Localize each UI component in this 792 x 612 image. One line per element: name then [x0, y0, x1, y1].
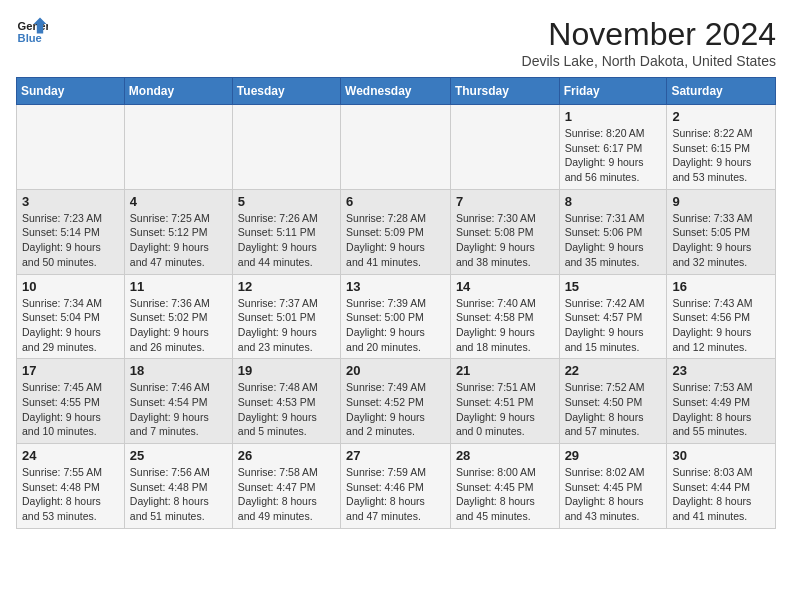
day-number: 28 — [456, 448, 554, 463]
day-number: 1 — [565, 109, 662, 124]
day-number: 16 — [672, 279, 770, 294]
table-cell: 11Sunrise: 7:36 AM Sunset: 5:02 PM Dayli… — [124, 274, 232, 359]
day-info: Sunrise: 7:48 AM Sunset: 4:53 PM Dayligh… — [238, 380, 335, 439]
day-info: Sunrise: 7:43 AM Sunset: 4:56 PM Dayligh… — [672, 296, 770, 355]
day-info: Sunrise: 8:20 AM Sunset: 6:17 PM Dayligh… — [565, 126, 662, 185]
day-number: 21 — [456, 363, 554, 378]
day-number: 7 — [456, 194, 554, 209]
header-friday: Friday — [559, 78, 667, 105]
day-number: 27 — [346, 448, 445, 463]
day-info: Sunrise: 7:25 AM Sunset: 5:12 PM Dayligh… — [130, 211, 227, 270]
table-cell: 2Sunrise: 8:22 AM Sunset: 6:15 PM Daylig… — [667, 105, 776, 190]
week-row-2: 3Sunrise: 7:23 AM Sunset: 5:14 PM Daylig… — [17, 189, 776, 274]
table-cell: 15Sunrise: 7:42 AM Sunset: 4:57 PM Dayli… — [559, 274, 667, 359]
day-number: 13 — [346, 279, 445, 294]
day-info: Sunrise: 7:28 AM Sunset: 5:09 PM Dayligh… — [346, 211, 445, 270]
table-cell: 23Sunrise: 7:53 AM Sunset: 4:49 PM Dayli… — [667, 359, 776, 444]
day-number: 25 — [130, 448, 227, 463]
table-cell: 17Sunrise: 7:45 AM Sunset: 4:55 PM Dayli… — [17, 359, 125, 444]
day-number: 4 — [130, 194, 227, 209]
day-info: Sunrise: 7:42 AM Sunset: 4:57 PM Dayligh… — [565, 296, 662, 355]
table-cell — [17, 105, 125, 190]
table-cell: 6Sunrise: 7:28 AM Sunset: 5:09 PM Daylig… — [341, 189, 451, 274]
table-cell: 16Sunrise: 7:43 AM Sunset: 4:56 PM Dayli… — [667, 274, 776, 359]
day-number: 14 — [456, 279, 554, 294]
day-number: 10 — [22, 279, 119, 294]
day-info: Sunrise: 7:31 AM Sunset: 5:06 PM Dayligh… — [565, 211, 662, 270]
day-info: Sunrise: 7:37 AM Sunset: 5:01 PM Dayligh… — [238, 296, 335, 355]
week-row-5: 24Sunrise: 7:55 AM Sunset: 4:48 PM Dayli… — [17, 444, 776, 529]
header-thursday: Thursday — [450, 78, 559, 105]
day-number: 15 — [565, 279, 662, 294]
day-info: Sunrise: 8:03 AM Sunset: 4:44 PM Dayligh… — [672, 465, 770, 524]
day-info: Sunrise: 7:39 AM Sunset: 5:00 PM Dayligh… — [346, 296, 445, 355]
table-cell: 20Sunrise: 7:49 AM Sunset: 4:52 PM Dayli… — [341, 359, 451, 444]
day-number: 23 — [672, 363, 770, 378]
day-info: Sunrise: 8:22 AM Sunset: 6:15 PM Dayligh… — [672, 126, 770, 185]
header-wednesday: Wednesday — [341, 78, 451, 105]
week-row-3: 10Sunrise: 7:34 AM Sunset: 5:04 PM Dayli… — [17, 274, 776, 359]
day-info: Sunrise: 7:34 AM Sunset: 5:04 PM Dayligh… — [22, 296, 119, 355]
day-number: 8 — [565, 194, 662, 209]
table-cell: 8Sunrise: 7:31 AM Sunset: 5:06 PM Daylig… — [559, 189, 667, 274]
header-sunday: Sunday — [17, 78, 125, 105]
day-number: 24 — [22, 448, 119, 463]
day-info: Sunrise: 7:52 AM Sunset: 4:50 PM Dayligh… — [565, 380, 662, 439]
day-number: 2 — [672, 109, 770, 124]
day-number: 26 — [238, 448, 335, 463]
header-monday: Monday — [124, 78, 232, 105]
day-info: Sunrise: 7:56 AM Sunset: 4:48 PM Dayligh… — [130, 465, 227, 524]
day-number: 11 — [130, 279, 227, 294]
day-number: 3 — [22, 194, 119, 209]
table-cell: 22Sunrise: 7:52 AM Sunset: 4:50 PM Dayli… — [559, 359, 667, 444]
table-cell: 9Sunrise: 7:33 AM Sunset: 5:05 PM Daylig… — [667, 189, 776, 274]
day-info: Sunrise: 7:23 AM Sunset: 5:14 PM Dayligh… — [22, 211, 119, 270]
header-saturday: Saturday — [667, 78, 776, 105]
table-cell: 4Sunrise: 7:25 AM Sunset: 5:12 PM Daylig… — [124, 189, 232, 274]
day-info: Sunrise: 7:36 AM Sunset: 5:02 PM Dayligh… — [130, 296, 227, 355]
day-info: Sunrise: 7:53 AM Sunset: 4:49 PM Dayligh… — [672, 380, 770, 439]
title-area: November 2024 Devils Lake, North Dakota,… — [522, 16, 776, 69]
table-cell: 30Sunrise: 8:03 AM Sunset: 4:44 PM Dayli… — [667, 444, 776, 529]
table-cell: 10Sunrise: 7:34 AM Sunset: 5:04 PM Dayli… — [17, 274, 125, 359]
day-number: 9 — [672, 194, 770, 209]
day-number: 30 — [672, 448, 770, 463]
day-info: Sunrise: 7:30 AM Sunset: 5:08 PM Dayligh… — [456, 211, 554, 270]
day-info: Sunrise: 7:26 AM Sunset: 5:11 PM Dayligh… — [238, 211, 335, 270]
table-cell: 28Sunrise: 8:00 AM Sunset: 4:45 PM Dayli… — [450, 444, 559, 529]
calendar-title: November 2024 — [522, 16, 776, 53]
table-cell: 1Sunrise: 8:20 AM Sunset: 6:17 PM Daylig… — [559, 105, 667, 190]
calendar-table: Sunday Monday Tuesday Wednesday Thursday… — [16, 77, 776, 529]
day-info: Sunrise: 7:55 AM Sunset: 4:48 PM Dayligh… — [22, 465, 119, 524]
table-cell: 7Sunrise: 7:30 AM Sunset: 5:08 PM Daylig… — [450, 189, 559, 274]
table-cell: 13Sunrise: 7:39 AM Sunset: 5:00 PM Dayli… — [341, 274, 451, 359]
day-info: Sunrise: 7:49 AM Sunset: 4:52 PM Dayligh… — [346, 380, 445, 439]
day-number: 6 — [346, 194, 445, 209]
table-cell — [341, 105, 451, 190]
day-info: Sunrise: 7:51 AM Sunset: 4:51 PM Dayligh… — [456, 380, 554, 439]
day-number: 19 — [238, 363, 335, 378]
logo-icon: General Blue — [16, 16, 48, 48]
day-number: 20 — [346, 363, 445, 378]
day-info: Sunrise: 7:40 AM Sunset: 4:58 PM Dayligh… — [456, 296, 554, 355]
table-cell: 19Sunrise: 7:48 AM Sunset: 4:53 PM Dayli… — [232, 359, 340, 444]
calendar-header-row: Sunday Monday Tuesday Wednesday Thursday… — [17, 78, 776, 105]
calendar-subtitle: Devils Lake, North Dakota, United States — [522, 53, 776, 69]
day-info: Sunrise: 7:46 AM Sunset: 4:54 PM Dayligh… — [130, 380, 227, 439]
table-cell: 12Sunrise: 7:37 AM Sunset: 5:01 PM Dayli… — [232, 274, 340, 359]
page-header: General Blue November 2024 Devils Lake, … — [16, 16, 776, 69]
table-cell: 27Sunrise: 7:59 AM Sunset: 4:46 PM Dayli… — [341, 444, 451, 529]
day-number: 29 — [565, 448, 662, 463]
day-number: 17 — [22, 363, 119, 378]
day-info: Sunrise: 7:59 AM Sunset: 4:46 PM Dayligh… — [346, 465, 445, 524]
table-cell: 21Sunrise: 7:51 AM Sunset: 4:51 PM Dayli… — [450, 359, 559, 444]
day-info: Sunrise: 7:33 AM Sunset: 5:05 PM Dayligh… — [672, 211, 770, 270]
header-tuesday: Tuesday — [232, 78, 340, 105]
table-cell: 5Sunrise: 7:26 AM Sunset: 5:11 PM Daylig… — [232, 189, 340, 274]
day-number: 22 — [565, 363, 662, 378]
table-cell — [232, 105, 340, 190]
week-row-4: 17Sunrise: 7:45 AM Sunset: 4:55 PM Dayli… — [17, 359, 776, 444]
day-info: Sunrise: 7:45 AM Sunset: 4:55 PM Dayligh… — [22, 380, 119, 439]
day-number: 18 — [130, 363, 227, 378]
table-cell: 24Sunrise: 7:55 AM Sunset: 4:48 PM Dayli… — [17, 444, 125, 529]
